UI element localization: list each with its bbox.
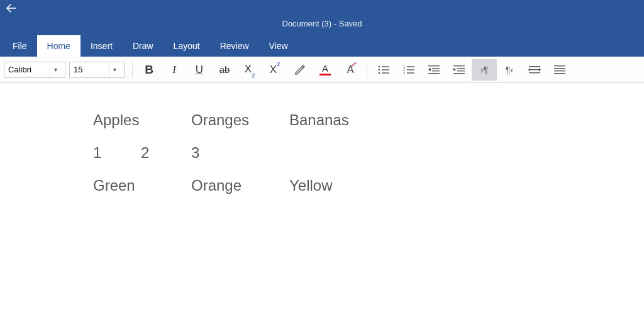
font-name-dropdown-icon[interactable]: ▾ <box>50 62 61 77</box>
svg-rect-20 <box>529 66 540 67</box>
italic-icon: I <box>172 64 176 76</box>
font-name-input[interactable] <box>4 62 50 77</box>
svg-rect-11 <box>407 72 414 73</box>
tab-review[interactable]: Review <box>210 35 259 57</box>
doc-cell: 1 <box>93 144 141 162</box>
tab-home[interactable]: Home <box>37 35 80 57</box>
svg-rect-24 <box>554 68 565 69</box>
doc-cell: Apples <box>93 111 191 129</box>
numbered-list-icon: 1 2 3 <box>402 65 415 75</box>
tab-insert[interactable]: Insert <box>80 35 123 57</box>
svg-rect-19 <box>453 73 465 74</box>
rtl-paragraph-button[interactable]: ¶‹ <box>497 59 522 81</box>
document-canvas[interactable]: Apples Oranges Bananas 1 2 3 Green Orang… <box>0 83 644 194</box>
numbered-list-button[interactable]: 1 2 3 <box>396 59 421 81</box>
ltr-paragraph-icon: ›¶ <box>480 65 488 75</box>
svg-rect-5 <box>382 72 389 73</box>
clear-formatting-button[interactable]: A <box>338 59 363 81</box>
font-color-icon: A <box>319 64 331 76</box>
bulleted-list-button[interactable] <box>371 59 396 81</box>
doc-cell: 3 <box>191 144 289 162</box>
superscript-button[interactable]: X2 <box>262 59 287 81</box>
tab-draw[interactable]: Draw <box>123 35 164 57</box>
decrease-indent-button[interactable] <box>421 59 447 81</box>
svg-point-4 <box>379 72 380 74</box>
svg-rect-25 <box>554 70 565 71</box>
bold-icon: B <box>145 63 153 77</box>
svg-rect-17 <box>457 68 465 69</box>
tab-file[interactable]: File <box>3 35 37 57</box>
highlight-icon <box>294 64 306 76</box>
underline-icon: U <box>196 64 203 76</box>
subscript-button[interactable]: X2 <box>237 59 262 81</box>
align-justify-icon <box>553 65 566 75</box>
document-row-1: Apples Oranges Bananas <box>93 111 644 129</box>
italic-button[interactable]: I <box>162 59 187 81</box>
highlight-button[interactable] <box>287 59 313 81</box>
svg-rect-12 <box>428 65 440 66</box>
increase-indent-button[interactable] <box>447 59 472 81</box>
svg-point-2 <box>379 69 380 70</box>
rtl-paragraph-icon: ¶‹ <box>506 65 513 75</box>
font-name-combo[interactable]: ▾ <box>4 62 65 78</box>
doc-cell: Bananas <box>289 111 387 129</box>
decrease-indent-icon <box>428 65 440 75</box>
svg-rect-9 <box>407 69 414 70</box>
ribbon-tabs: File Home Insert Draw Layout Review View <box>0 33 644 57</box>
font-size-dropdown-icon[interactable]: ▾ <box>109 62 120 77</box>
svg-point-0 <box>379 65 380 67</box>
svg-rect-23 <box>554 65 565 66</box>
increase-indent-icon <box>453 65 465 75</box>
strikethrough-icon: ab <box>219 64 230 75</box>
svg-rect-22 <box>529 72 540 73</box>
font-size-input[interactable] <box>70 62 109 77</box>
svg-rect-13 <box>432 68 440 69</box>
svg-rect-16 <box>453 65 465 66</box>
doc-cell: Yellow <box>289 177 387 194</box>
tab-layout[interactable]: Layout <box>164 35 210 57</box>
svg-rect-26 <box>554 73 565 74</box>
svg-rect-18 <box>457 70 465 71</box>
svg-rect-15 <box>428 73 440 74</box>
bold-button[interactable]: B <box>136 59 162 81</box>
underline-button[interactable]: U <box>187 59 212 81</box>
font-color-button[interactable]: A <box>313 59 338 81</box>
subscript-icon: X2 <box>245 63 255 76</box>
svg-rect-7 <box>407 66 414 67</box>
doc-cell: Green <box>93 177 191 194</box>
clear-formatting-icon: A <box>347 64 354 76</box>
tab-view[interactable]: View <box>259 35 298 57</box>
svg-rect-3 <box>382 69 389 70</box>
doc-cell: 2 <box>141 144 191 162</box>
document-row-3: Green Orange Yellow <box>93 177 644 194</box>
strikethrough-button[interactable]: ab <box>212 59 237 81</box>
align-distribute-icon <box>528 65 541 75</box>
document-row-2: 1 2 3 <box>93 144 644 162</box>
svg-rect-14 <box>432 70 440 71</box>
align-justify-button[interactable] <box>547 59 572 81</box>
doc-cell: Oranges <box>191 111 289 129</box>
align-distribute-button[interactable] <box>522 59 547 81</box>
ribbon: ▾ ▾ B I U ab X2 X2 A A 1 <box>0 57 644 83</box>
font-size-combo[interactable]: ▾ <box>69 62 125 78</box>
bulleted-list-icon <box>377 65 390 75</box>
document-title: Document (3) - Saved <box>0 19 644 28</box>
svg-rect-1 <box>382 66 389 67</box>
back-button[interactable] <box>6 4 16 15</box>
ltr-paragraph-button[interactable]: ›¶ <box>472 59 497 81</box>
doc-cell: Orange <box>191 177 289 194</box>
svg-text:3: 3 <box>403 71 405 75</box>
superscript-icon: X2 <box>270 64 280 76</box>
svg-rect-21 <box>529 69 540 70</box>
